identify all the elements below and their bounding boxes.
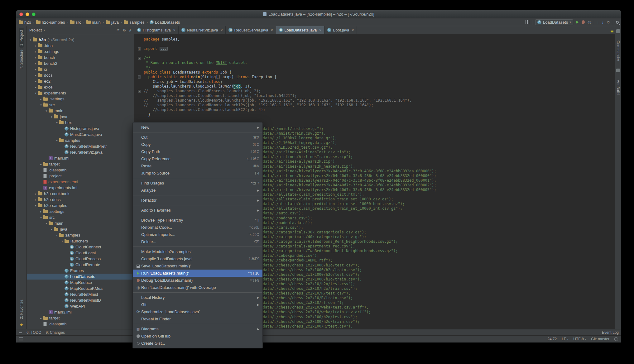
- history-icon[interactable]: ↺: [607, 20, 610, 24]
- menu-item-local-history[interactable]: Local History▶: [133, 294, 262, 301]
- editor-tab[interactable]: LoadDatasets.java×: [276, 26, 325, 34]
- tree-item-target[interactable]: ▸target: [27, 315, 134, 321]
- chevron-expanded-icon[interactable]: ▾: [39, 103, 43, 107]
- menu-item-copy-reference[interactable]: Copy Reference⌥⇧⌘C: [133, 155, 262, 162]
- chevron-expanded-icon[interactable]: ▾: [28, 38, 33, 41]
- tree-item-java[interactable]: ▾java: [27, 226, 134, 232]
- chevron-collapsed-icon[interactable]: ▸: [39, 98, 43, 101]
- tree-item-hex[interactable]: ▾hex: [27, 120, 134, 126]
- tree-item-webapi[interactable]: WebAPI: [27, 303, 134, 309]
- tree-item-experiments-eml[interactable]: experiments.eml: [27, 179, 134, 185]
- chevron-collapsed-icon[interactable]: ▸: [33, 192, 38, 195]
- breadcrumb-item[interactable]: java: [106, 20, 119, 25]
- vcs-update-icon[interactable]: ↓: [602, 20, 604, 25]
- menu-item-git[interactable]: Git▶: [133, 301, 262, 308]
- menu-item-debug-loaddatasets-main[interactable]: Debug 'LoadDatasets.main()'^⇧F9: [133, 277, 262, 284]
- toolwindow-button-commander[interactable]: Commander: [616, 39, 620, 63]
- menu-item-delete[interactable]: Delete...⌫: [133, 238, 262, 245]
- menu-item-copy-path[interactable]: Copy Path⇧⌘C: [133, 148, 262, 155]
- chevron-collapsed-icon[interactable]: ▸: [33, 74, 38, 77]
- chevron-expanded-icon[interactable]: ▾: [39, 216, 43, 219]
- menu-item-refactor[interactable]: Refactor▶: [133, 197, 262, 204]
- warning-stripe-mark[interactable]: [611, 31, 613, 32]
- tree-item-neuralnetmnist[interactable]: NeuralNetMnist: [27, 291, 134, 297]
- menu-item-new[interactable]: New▶: [133, 124, 262, 131]
- tree-item-mapreduce[interactable]: MapReduce: [27, 280, 134, 285]
- settings-gear-ic[interactable]: ⚙: [122, 28, 126, 32]
- menu-item-create-gist[interactable]: Create Gist...: [133, 340, 262, 347]
- toolwindow-button-structure[interactable]: 7: Structure: [19, 48, 24, 71]
- menu-item-reveal-in-finder[interactable]: Reveal in Finder: [133, 315, 262, 323]
- menu-item-find-usages[interactable]: Find Usages⌥F7: [133, 180, 262, 187]
- chevron-down-icon[interactable]: ▾: [43, 29, 45, 32]
- toolwindow-button-project[interactable]: 1: Project: [19, 28, 24, 48]
- chevron-expanded-icon[interactable]: ▾: [33, 92, 38, 95]
- toolwindow-button-todo[interactable]: 6: TODO: [26, 330, 41, 335]
- chevron-expanded-icon[interactable]: ▾: [49, 228, 54, 231]
- collapse-all-icon[interactable]: ∧: [129, 28, 132, 32]
- tree-item-neuralnetmnistpretr[interactable]: NeuralNetMnistPretr: [27, 143, 134, 149]
- vcs-commit-icon[interactable]: ↑: [597, 20, 599, 25]
- chevron-expanded-icon[interactable]: ▾: [44, 109, 49, 113]
- chevron-expanded-icon[interactable]: ▾: [49, 115, 54, 118]
- tree-item--settings[interactable]: ▸.settings: [27, 49, 134, 55]
- tree-item--project[interactable]: .project: [27, 173, 134, 179]
- tree-item-mnistcanvas-java[interactable]: MnistCanvas.java: [27, 132, 134, 137]
- tree-item-mapreducekmea[interactable]: MapReduceKMea: [27, 285, 134, 291]
- tree-item-main3-iml[interactable]: main3.iml: [27, 309, 134, 315]
- menu-item-reformat-code[interactable]: Reformat Code...⌥⌘L: [133, 224, 262, 231]
- fold-marker-icon[interactable]: -: [138, 90, 141, 93]
- title-bar[interactable]: LoadDatasets.java – [h2o-samples] – h2o …: [16, 10, 621, 18]
- menu-item-analyze[interactable]: Analyze▶: [133, 187, 262, 194]
- chevron-collapsed-icon[interactable]: ▸: [39, 210, 43, 213]
- tree-item-cloudconnect[interactable]: CloudConnect: [27, 244, 134, 250]
- chevron-expanded-icon[interactable]: ▾: [55, 121, 59, 124]
- menu-item-make-module-h2o-samples[interactable]: Make Module 'h2o-samples': [133, 248, 262, 255]
- tree-item-neuralnetviz-java[interactable]: NeuralNetViz.java: [27, 149, 134, 155]
- tree-item-h2o-cookbook[interactable]: ▸h2o-cookbook: [27, 191, 134, 197]
- fold-marker-icon[interactable]: -: [138, 75, 141, 79]
- menu-item-diagrams[interactable]: ▦Diagrams▶: [133, 325, 262, 333]
- tree-item-main-iml[interactable]: main.iml: [27, 155, 134, 161]
- favorites-star-icon[interactable]: ★: [19, 322, 23, 327]
- tree-item--classpath[interactable]: .classpath: [27, 321, 134, 327]
- editor-tab[interactable]: Histograms.java×: [134, 26, 179, 34]
- chevron-collapsed-icon[interactable]: ▸: [39, 163, 43, 166]
- tree-item-main[interactable]: ▾main: [27, 108, 134, 114]
- editor-tab[interactable]: NeuralNetViz.java×: [179, 26, 226, 34]
- tree-item-samples[interactable]: ▾samples: [27, 137, 134, 143]
- debug-button[interactable]: [582, 20, 585, 24]
- tree-item-experiments[interactable]: ▾experiments: [27, 90, 134, 96]
- tree-item-cloudprocess[interactable]: CloudProcess: [27, 256, 134, 262]
- fold-marker-icon[interactable]: -: [138, 57, 141, 60]
- encoding-select[interactable]: UTF-8 ▾: [573, 337, 586, 341]
- tree-item-frames[interactable]: Frames: [27, 268, 134, 274]
- chevron-expanded-icon[interactable]: ▾: [55, 139, 59, 142]
- tree-item-excel[interactable]: ▸excel: [27, 84, 134, 90]
- chevron-collapsed-icon[interactable]: ▸: [33, 68, 38, 71]
- toolwindow-button-event-log[interactable]: Event Log: [602, 330, 619, 335]
- menu-item-run-loaddatasets-main[interactable]: Run 'LoadDatasets.main()'^⇧F10: [133, 270, 262, 277]
- breadcrumb-item[interactable]: src: [70, 20, 81, 25]
- menu-item-copy[interactable]: Copy⌘C: [133, 141, 262, 148]
- tree-item--idea[interactable]: ▸.idea: [27, 43, 134, 49]
- menu-item-run-loaddatasets-main-with-coverage[interactable]: ◎Run 'LoadDatasets.main()' with Coverage: [133, 284, 262, 291]
- menu-item-jump-to-source[interactable]: Jump to SourceF4: [133, 170, 262, 177]
- tree-item-launchers[interactable]: ▾launchers: [27, 238, 134, 244]
- tree-item-main[interactable]: ▾main: [27, 220, 134, 226]
- tree-item--settings[interactable]: ▸.settings: [27, 96, 134, 102]
- close-icon[interactable]: ×: [319, 28, 321, 32]
- tree-item-h2o-samples[interactable]: ▾h2o-samples: [27, 203, 134, 208]
- breadcrumb-item[interactable]: h2o-samples: [36, 20, 65, 25]
- breadcrumb-item[interactable]: samples: [124, 20, 144, 25]
- tree-item-bench[interactable]: ▸bench: [27, 55, 134, 60]
- menu-item-save-loaddatasets-main[interactable]: Save 'LoadDatasets.main()': [133, 262, 262, 270]
- menu-item-optimize-imports[interactable]: Optimize Imports...⌥⌘O: [133, 231, 262, 238]
- breadcrumb-item[interactable]: main: [86, 20, 101, 25]
- chevron-expanded-icon[interactable]: ▾: [44, 222, 49, 225]
- toolwindow-switcher-icon[interactable]: [19, 331, 22, 334]
- breadcrumb-item[interactable]: LoadDatasets: [150, 20, 180, 25]
- chevron-collapsed-icon[interactable]: ▸: [33, 198, 38, 201]
- chevron-collapsed-icon[interactable]: ▸: [33, 62, 38, 65]
- chevron-expanded-icon[interactable]: ▾: [60, 240, 65, 243]
